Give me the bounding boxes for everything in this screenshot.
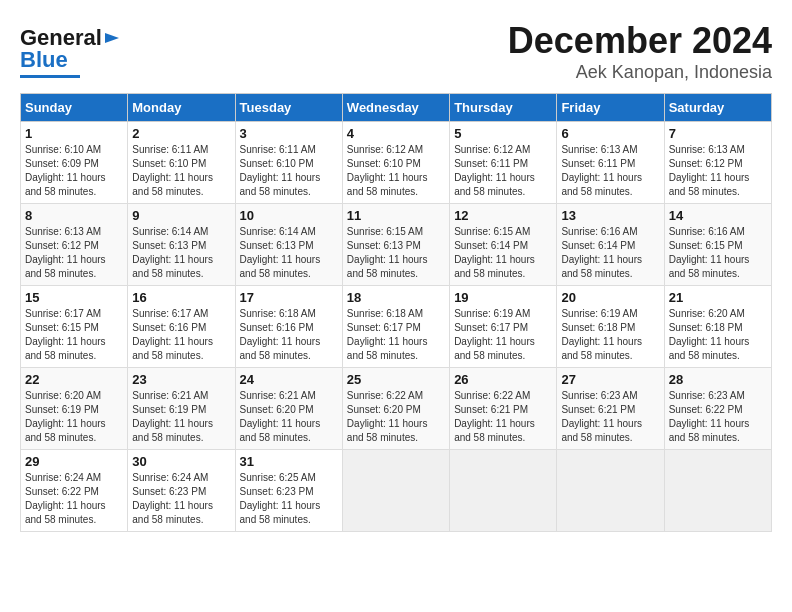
calendar-cell: 13 Sunrise: 6:16 AM Sunset: 6:14 PM Dayl… bbox=[557, 204, 664, 286]
day-info: Sunrise: 6:11 AM Sunset: 6:10 PM Dayligh… bbox=[240, 143, 338, 199]
day-info: Sunrise: 6:10 AM Sunset: 6:09 PM Dayligh… bbox=[25, 143, 123, 199]
day-number: 27 bbox=[561, 372, 659, 387]
day-info: Sunrise: 6:20 AM Sunset: 6:18 PM Dayligh… bbox=[669, 307, 767, 363]
day-number: 28 bbox=[669, 372, 767, 387]
calendar-week-row: 22 Sunrise: 6:20 AM Sunset: 6:19 PM Dayl… bbox=[21, 368, 772, 450]
day-info: Sunrise: 6:14 AM Sunset: 6:13 PM Dayligh… bbox=[132, 225, 230, 281]
day-info: Sunrise: 6:16 AM Sunset: 6:14 PM Dayligh… bbox=[561, 225, 659, 281]
logo: General Blue bbox=[20, 25, 121, 78]
day-number: 14 bbox=[669, 208, 767, 223]
logo-blue-text: Blue bbox=[20, 47, 68, 73]
day-number: 1 bbox=[25, 126, 123, 141]
calendar-cell: 26 Sunrise: 6:22 AM Sunset: 6:21 PM Dayl… bbox=[450, 368, 557, 450]
logo-arrow-icon bbox=[103, 29, 121, 47]
day-info: Sunrise: 6:22 AM Sunset: 6:20 PM Dayligh… bbox=[347, 389, 445, 445]
day-info: Sunrise: 6:15 AM Sunset: 6:14 PM Dayligh… bbox=[454, 225, 552, 281]
day-number: 15 bbox=[25, 290, 123, 305]
header-tuesday: Tuesday bbox=[235, 94, 342, 122]
day-number: 21 bbox=[669, 290, 767, 305]
day-info: Sunrise: 6:12 AM Sunset: 6:10 PM Dayligh… bbox=[347, 143, 445, 199]
calendar-cell: 25 Sunrise: 6:22 AM Sunset: 6:20 PM Dayl… bbox=[342, 368, 449, 450]
calendar-cell bbox=[342, 450, 449, 532]
weekday-header-row: Sunday Monday Tuesday Wednesday Thursday… bbox=[21, 94, 772, 122]
day-number: 6 bbox=[561, 126, 659, 141]
day-number: 4 bbox=[347, 126, 445, 141]
day-number: 30 bbox=[132, 454, 230, 469]
day-number: 18 bbox=[347, 290, 445, 305]
calendar-cell: 4 Sunrise: 6:12 AM Sunset: 6:10 PM Dayli… bbox=[342, 122, 449, 204]
day-number: 8 bbox=[25, 208, 123, 223]
day-number: 31 bbox=[240, 454, 338, 469]
calendar-cell bbox=[450, 450, 557, 532]
day-number: 17 bbox=[240, 290, 338, 305]
header-friday: Friday bbox=[557, 94, 664, 122]
calendar-cell: 12 Sunrise: 6:15 AM Sunset: 6:14 PM Dayl… bbox=[450, 204, 557, 286]
day-info: Sunrise: 6:24 AM Sunset: 6:23 PM Dayligh… bbox=[132, 471, 230, 527]
calendar-cell: 2 Sunrise: 6:11 AM Sunset: 6:10 PM Dayli… bbox=[128, 122, 235, 204]
day-number: 2 bbox=[132, 126, 230, 141]
calendar-cell: 15 Sunrise: 6:17 AM Sunset: 6:15 PM Dayl… bbox=[21, 286, 128, 368]
day-number: 5 bbox=[454, 126, 552, 141]
calendar-cell: 30 Sunrise: 6:24 AM Sunset: 6:23 PM Dayl… bbox=[128, 450, 235, 532]
calendar-body: 1 Sunrise: 6:10 AM Sunset: 6:09 PM Dayli… bbox=[21, 122, 772, 532]
header-monday: Monday bbox=[128, 94, 235, 122]
calendar-cell: 31 Sunrise: 6:25 AM Sunset: 6:23 PM Dayl… bbox=[235, 450, 342, 532]
day-info: Sunrise: 6:13 AM Sunset: 6:12 PM Dayligh… bbox=[25, 225, 123, 281]
calendar-cell: 8 Sunrise: 6:13 AM Sunset: 6:12 PM Dayli… bbox=[21, 204, 128, 286]
day-info: Sunrise: 6:14 AM Sunset: 6:13 PM Dayligh… bbox=[240, 225, 338, 281]
day-number: 13 bbox=[561, 208, 659, 223]
day-info: Sunrise: 6:18 AM Sunset: 6:16 PM Dayligh… bbox=[240, 307, 338, 363]
day-number: 3 bbox=[240, 126, 338, 141]
header: General Blue December 2024 Aek Kanopan, … bbox=[20, 20, 772, 83]
day-info: Sunrise: 6:23 AM Sunset: 6:21 PM Dayligh… bbox=[561, 389, 659, 445]
day-info: Sunrise: 6:19 AM Sunset: 6:18 PM Dayligh… bbox=[561, 307, 659, 363]
day-info: Sunrise: 6:11 AM Sunset: 6:10 PM Dayligh… bbox=[132, 143, 230, 199]
day-number: 25 bbox=[347, 372, 445, 387]
calendar-cell: 10 Sunrise: 6:14 AM Sunset: 6:13 PM Dayl… bbox=[235, 204, 342, 286]
calendar-cell: 22 Sunrise: 6:20 AM Sunset: 6:19 PM Dayl… bbox=[21, 368, 128, 450]
day-number: 20 bbox=[561, 290, 659, 305]
calendar-cell: 18 Sunrise: 6:18 AM Sunset: 6:17 PM Dayl… bbox=[342, 286, 449, 368]
calendar-cell bbox=[557, 450, 664, 532]
title-area: December 2024 Aek Kanopan, Indonesia bbox=[508, 20, 772, 83]
calendar-week-row: 1 Sunrise: 6:10 AM Sunset: 6:09 PM Dayli… bbox=[21, 122, 772, 204]
calendar-week-row: 8 Sunrise: 6:13 AM Sunset: 6:12 PM Dayli… bbox=[21, 204, 772, 286]
calendar-cell: 27 Sunrise: 6:23 AM Sunset: 6:21 PM Dayl… bbox=[557, 368, 664, 450]
day-info: Sunrise: 6:17 AM Sunset: 6:15 PM Dayligh… bbox=[25, 307, 123, 363]
calendar-cell: 23 Sunrise: 6:21 AM Sunset: 6:19 PM Dayl… bbox=[128, 368, 235, 450]
day-info: Sunrise: 6:15 AM Sunset: 6:13 PM Dayligh… bbox=[347, 225, 445, 281]
calendar-table: Sunday Monday Tuesday Wednesday Thursday… bbox=[20, 93, 772, 532]
day-info: Sunrise: 6:22 AM Sunset: 6:21 PM Dayligh… bbox=[454, 389, 552, 445]
calendar-cell: 19 Sunrise: 6:19 AM Sunset: 6:17 PM Dayl… bbox=[450, 286, 557, 368]
calendar-cell: 3 Sunrise: 6:11 AM Sunset: 6:10 PM Dayli… bbox=[235, 122, 342, 204]
day-info: Sunrise: 6:18 AM Sunset: 6:17 PM Dayligh… bbox=[347, 307, 445, 363]
day-info: Sunrise: 6:13 AM Sunset: 6:11 PM Dayligh… bbox=[561, 143, 659, 199]
day-number: 12 bbox=[454, 208, 552, 223]
day-info: Sunrise: 6:23 AM Sunset: 6:22 PM Dayligh… bbox=[669, 389, 767, 445]
calendar-title: December 2024 bbox=[508, 20, 772, 62]
header-sunday: Sunday bbox=[21, 94, 128, 122]
day-info: Sunrise: 6:16 AM Sunset: 6:15 PM Dayligh… bbox=[669, 225, 767, 281]
day-number: 22 bbox=[25, 372, 123, 387]
day-info: Sunrise: 6:12 AM Sunset: 6:11 PM Dayligh… bbox=[454, 143, 552, 199]
day-info: Sunrise: 6:20 AM Sunset: 6:19 PM Dayligh… bbox=[25, 389, 123, 445]
header-wednesday: Wednesday bbox=[342, 94, 449, 122]
day-number: 19 bbox=[454, 290, 552, 305]
day-info: Sunrise: 6:17 AM Sunset: 6:16 PM Dayligh… bbox=[132, 307, 230, 363]
calendar-cell: 1 Sunrise: 6:10 AM Sunset: 6:09 PM Dayli… bbox=[21, 122, 128, 204]
day-number: 7 bbox=[669, 126, 767, 141]
calendar-cell: 16 Sunrise: 6:17 AM Sunset: 6:16 PM Dayl… bbox=[128, 286, 235, 368]
calendar-cell: 14 Sunrise: 6:16 AM Sunset: 6:15 PM Dayl… bbox=[664, 204, 771, 286]
day-info: Sunrise: 6:13 AM Sunset: 6:12 PM Dayligh… bbox=[669, 143, 767, 199]
day-info: Sunrise: 6:24 AM Sunset: 6:22 PM Dayligh… bbox=[25, 471, 123, 527]
calendar-cell: 24 Sunrise: 6:21 AM Sunset: 6:20 PM Dayl… bbox=[235, 368, 342, 450]
day-number: 24 bbox=[240, 372, 338, 387]
day-info: Sunrise: 6:19 AM Sunset: 6:17 PM Dayligh… bbox=[454, 307, 552, 363]
logo-underline bbox=[20, 75, 80, 78]
day-number: 10 bbox=[240, 208, 338, 223]
day-number: 11 bbox=[347, 208, 445, 223]
calendar-subtitle: Aek Kanopan, Indonesia bbox=[508, 62, 772, 83]
calendar-cell: 7 Sunrise: 6:13 AM Sunset: 6:12 PM Dayli… bbox=[664, 122, 771, 204]
calendar-cell: 11 Sunrise: 6:15 AM Sunset: 6:13 PM Dayl… bbox=[342, 204, 449, 286]
calendar-cell: 29 Sunrise: 6:24 AM Sunset: 6:22 PM Dayl… bbox=[21, 450, 128, 532]
